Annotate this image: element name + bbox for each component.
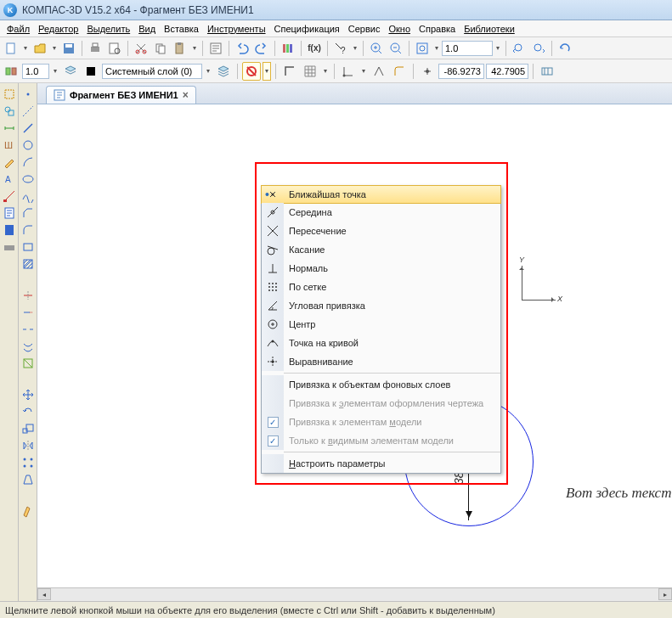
redo-button[interactable] (252, 39, 271, 58)
coord-lock-button[interactable] (418, 62, 437, 81)
document-tab[interactable]: Фрагмент БЕЗ ИМЕНИ1 × (46, 86, 196, 104)
fillet-tool[interactable] (20, 222, 36, 238)
geometry-tool[interactable] (2, 104, 17, 119)
trim-tool[interactable] (20, 288, 36, 303)
extend-tool[interactable] (20, 305, 36, 320)
menu-select[interactable]: Выделить (83, 22, 133, 36)
paste-button[interactable] (171, 39, 189, 58)
zoom-next-button[interactable] (529, 39, 548, 58)
equidistant-tool[interactable] (20, 339, 36, 354)
select-tool[interactable] (2, 87, 17, 102)
menu-spec[interactable]: Спецификация (271, 22, 343, 36)
zoom-level-input[interactable] (442, 41, 493, 56)
zoom-level-dropdown[interactable]: ▾ (494, 44, 502, 52)
chamfer-tool[interactable] (20, 205, 36, 221)
spline-tool[interactable] (20, 188, 36, 204)
snap-center[interactable]: Центр (262, 315, 500, 334)
copy-button[interactable] (151, 39, 170, 58)
scale-tool[interactable] (20, 421, 36, 436)
menu-view[interactable]: Вид (135, 22, 159, 36)
layers-button[interactable] (214, 62, 233, 81)
layer-color-button[interactable] (82, 62, 100, 81)
measure-tool[interactable] (2, 188, 17, 204)
edit-tool[interactable] (2, 154, 17, 170)
menu-window[interactable]: Окно (385, 22, 414, 36)
layer-name-input[interactable] (102, 64, 202, 79)
new-doc-button[interactable] (2, 39, 20, 58)
point-tool[interactable] (20, 87, 36, 102)
menu-file[interactable]: Файл (3, 22, 33, 36)
break-tool[interactable] (20, 322, 36, 337)
round-button[interactable] (390, 62, 409, 81)
snap-tangent[interactable]: Касание (262, 240, 500, 259)
coord-x-input[interactable] (438, 64, 484, 79)
new-doc-dropdown[interactable]: ▾ (21, 44, 30, 52)
rotate-tool[interactable] (20, 404, 36, 419)
array-tool[interactable] (20, 455, 36, 470)
menu-insert[interactable]: Вставка (161, 22, 202, 36)
canvas[interactable]: Y X 38 Вот здесь текст Ближайшая точка С… (37, 104, 672, 601)
zoom-prev-button[interactable] (510, 39, 528, 58)
open-button[interactable] (31, 39, 49, 58)
save-button[interactable] (59, 39, 78, 58)
state-button[interactable] (2, 62, 20, 81)
scroll-left-button[interactable]: ◂ (37, 588, 51, 600)
snap-dropdown[interactable]: ▾ (263, 62, 271, 81)
scroll-right-button[interactable]: ▸ (658, 588, 672, 600)
layer-manage-button[interactable] (61, 62, 80, 81)
ellipse-tool[interactable] (20, 171, 36, 187)
arc-tool[interactable] (20, 154, 36, 170)
text-tool[interactable]: Ш (2, 138, 17, 153)
refresh-button[interactable] (556, 39, 574, 58)
menu-service[interactable]: Сервис (345, 22, 384, 36)
circle-tool[interactable] (20, 138, 36, 153)
grid-button[interactable] (301, 62, 319, 81)
layer-name-dropdown[interactable]: ▾ (204, 67, 212, 75)
line-tool[interactable] (20, 121, 36, 136)
snap-angular[interactable]: Угловая привязка (262, 296, 500, 315)
hatch-tool[interactable] (20, 256, 36, 272)
deform-tool[interactable] (20, 472, 36, 487)
snap-grid[interactable]: По сетке (262, 278, 500, 296)
menu-editor[interactable]: Редактор (35, 22, 82, 36)
preview-button[interactable] (105, 39, 124, 58)
coord-y-input[interactable] (486, 64, 528, 79)
ortho-button[interactable] (280, 62, 299, 81)
local-cs-dropdown[interactable]: ▾ (359, 67, 368, 75)
snap-point-on-curve[interactable]: Точка на кривой (262, 334, 500, 352)
zoomfit-dropdown[interactable]: ▾ (432, 44, 441, 52)
grid-dropdown[interactable]: ▾ (321, 67, 330, 75)
rect-tool[interactable] (20, 239, 36, 255)
libraries-button[interactable] (279, 39, 297, 58)
insert-tool[interactable] (2, 239, 17, 255)
open-dropdown[interactable]: ▾ (50, 44, 59, 52)
menu-tools[interactable]: Инструменты (204, 22, 269, 36)
local-cs-button[interactable] (339, 62, 358, 81)
layer-index-input[interactable] (22, 64, 49, 79)
misc-button[interactable] (538, 62, 556, 81)
snap-nearest-point[interactable]: Ближайшая точка (261, 185, 501, 204)
layer-index-dropdown[interactable]: ▾ (51, 67, 59, 75)
help-dropdown[interactable]: ▾ (351, 44, 359, 52)
aux-line-tool[interactable] (20, 104, 36, 119)
menu-libs[interactable]: Библиотеки (460, 22, 518, 36)
snap-alignment[interactable]: Выравнивание (262, 352, 500, 371)
param-tool[interactable]: A (2, 171, 17, 187)
dimension-tool[interactable] (2, 121, 17, 136)
snap-toggle-button[interactable] (242, 62, 261, 81)
variables-button[interactable]: f(x) (305, 39, 324, 58)
menu-help[interactable]: Справка (415, 22, 459, 36)
ortho-draw-button[interactable] (370, 62, 388, 81)
close-tab-button[interactable]: × (183, 89, 189, 101)
zoomfit-button[interactable] (413, 39, 432, 58)
paste-dropdown[interactable]: ▾ (190, 44, 199, 52)
mirror-tool[interactable] (20, 438, 36, 453)
collect-tool[interactable] (20, 356, 36, 371)
undo-button[interactable] (233, 39, 251, 58)
move-tool[interactable] (20, 387, 36, 402)
snap-intersection[interactable]: Пересечение (262, 222, 500, 240)
snap-midpoint[interactable]: Середина (262, 203, 500, 222)
copy-props-tool[interactable] (20, 503, 36, 519)
help-what-button[interactable]: ? (331, 39, 350, 58)
zoomout-button[interactable] (387, 39, 405, 58)
